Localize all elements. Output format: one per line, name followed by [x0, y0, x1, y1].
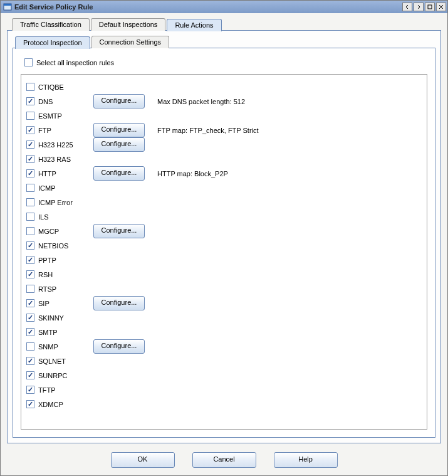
rule-label: SQLNET — [38, 357, 93, 365]
rule-actions-panel: Protocol InspectionConnection Settings S… — [7, 30, 441, 443]
configure-button-ftp[interactable]: Configure... — [93, 123, 145, 137]
configure-placeholder — [93, 369, 143, 382]
rule-checkbox-mgcp[interactable] — [26, 227, 34, 235]
inner-tab-protocol-inspection[interactable]: Protocol Inspection — [15, 36, 90, 49]
outer-tab-traffic-classification[interactable]: Traffic Classification — [12, 18, 90, 31]
rule-label: HTTP — [38, 170, 93, 177]
svg-rect-2 — [428, 5, 432, 9]
client-area: Traffic ClassificationDefault Inspection… — [1, 13, 447, 475]
rule-checkbox-sunrpc[interactable] — [26, 371, 34, 379]
cancel-button[interactable]: Cancel — [192, 452, 256, 468]
rule-detail: HTTP map: Block_P2P — [157, 170, 228, 177]
help-button[interactable]: Help — [274, 452, 338, 468]
rule-label: ILS — [38, 213, 93, 221]
close-button[interactable] — [436, 3, 446, 11]
rule-row-h323-h225: H323 H225Configure... — [26, 137, 422, 152]
rule-checkbox-rsh[interactable] — [26, 270, 34, 278]
rule-checkbox-ctiqbe[interactable] — [26, 83, 34, 91]
ok-button[interactable]: OK — [111, 452, 175, 468]
rule-checkbox-pptp[interactable] — [26, 256, 34, 264]
rule-label: CTIQBE — [38, 83, 93, 91]
rule-row-netbios: NETBIOS — [26, 238, 422, 253]
dialog-buttons: OK Cancel Help — [7, 443, 441, 469]
rule-label: NETBIOS — [38, 242, 93, 250]
configure-placeholder — [93, 311, 143, 324]
configure-placeholder — [93, 109, 143, 122]
rule-row-sunrpc: SUNRPC — [26, 368, 422, 383]
rule-row-sqlnet: SQLNET — [26, 354, 422, 368]
rule-row-mgcp: MGCPConfigure... — [26, 224, 422, 238]
configure-button-h323-h225[interactable]: Configure... — [93, 137, 145, 152]
rule-checkbox-ftp[interactable] — [26, 126, 34, 134]
restore-right-button[interactable] — [414, 3, 424, 11]
rule-label: SUNRPC — [38, 372, 93, 379]
rule-row-dns: DNSConfigure...Max DNS packet length: 51… — [26, 94, 422, 108]
rule-row-rsh: RSH — [26, 267, 422, 282]
rule-checkbox-icmp-error[interactable] — [26, 198, 34, 206]
rule-label: ESMTP — [38, 112, 93, 120]
rule-checkbox-rtsp[interactable] — [26, 285, 34, 293]
rule-row-skinny: SKINNY — [26, 310, 422, 325]
rule-row-ils: ILS — [26, 209, 422, 224]
configure-button-mgcp[interactable]: Configure... — [93, 224, 145, 238]
rule-label: SKINNY — [38, 314, 93, 322]
inspection-rules-list: CTIQBEDNSConfigure...Max DNS packet leng… — [21, 74, 427, 430]
rule-checkbox-esmtp[interactable] — [26, 112, 34, 120]
select-all-checkbox[interactable] — [24, 58, 33, 66]
rule-checkbox-tftp[interactable] — [26, 386, 34, 394]
rule-checkbox-xdmcp[interactable] — [26, 400, 34, 408]
outer-tab-rule-actions[interactable]: Rule Actions — [167, 19, 221, 31]
rule-detail: Max DNS packet length: 512 — [157, 98, 245, 105]
rule-checkbox-ils[interactable] — [26, 213, 34, 221]
rule-checkbox-dns[interactable] — [26, 97, 34, 105]
configure-button-snmp[interactable]: Configure... — [93, 339, 145, 354]
inner-tab-connection-settings[interactable]: Connection Settings — [91, 36, 169, 48]
maximize-button[interactable] — [425, 3, 435, 11]
configure-button-http[interactable]: Configure... — [93, 166, 145, 181]
outer-tab-default-inspections[interactable]: Default Inspections — [91, 18, 166, 31]
configure-placeholder — [93, 354, 143, 368]
rule-checkbox-skinny[interactable] — [26, 314, 34, 322]
rule-label: SIP — [38, 300, 93, 307]
rule-label: SNMP — [38, 343, 93, 351]
protocol-inspection-panel: Select all inspection rules CTIQBEDNSCon… — [13, 48, 435, 438]
rule-label: H323 RAS — [38, 156, 93, 163]
configure-placeholder — [93, 239, 143, 252]
restore-left-button[interactable] — [402, 3, 412, 11]
rule-row-icmp-error: ICMP Error — [26, 195, 422, 209]
window-title: Edit Service Policy Rule — [14, 3, 402, 11]
configure-button-sip[interactable]: Configure... — [93, 296, 145, 310]
svg-rect-1 — [4, 4, 11, 6]
titlebar: Edit Service Policy Rule — [1, 1, 447, 13]
rule-row-pptp: PPTP — [26, 253, 422, 267]
rule-checkbox-smtp[interactable] — [26, 328, 34, 336]
rule-row-xdmcp: XDMCP — [26, 397, 422, 411]
select-all-row: Select all inspection rules — [24, 58, 427, 66]
configure-button-dns[interactable]: Configure... — [93, 94, 145, 108]
edit-service-policy-rule-window: Edit Service Policy Rule Traffic Classif… — [0, 0, 448, 476]
configure-placeholder — [93, 210, 143, 223]
select-all-label: Select all inspection rules — [36, 59, 114, 66]
rule-checkbox-http[interactable] — [26, 169, 34, 177]
rule-checkbox-sip[interactable] — [26, 299, 34, 307]
rule-label: ICMP Error — [38, 199, 93, 206]
app-icon — [3, 3, 12, 11]
rule-checkbox-h323-h225[interactable] — [26, 140, 34, 149]
rule-label: MGCP — [38, 228, 93, 235]
configure-placeholder — [93, 398, 143, 411]
configure-placeholder — [93, 253, 143, 267]
rule-row-snmp: SNMPConfigure... — [26, 339, 422, 354]
rule-label: FTP — [38, 127, 93, 134]
rule-label: DNS — [38, 98, 93, 105]
rule-checkbox-icmp[interactable] — [26, 184, 34, 192]
configure-placeholder — [93, 268, 143, 281]
rule-checkbox-snmp[interactable] — [26, 342, 34, 351]
rule-checkbox-sqlnet[interactable] — [26, 357, 34, 365]
rule-label: XDMCP — [38, 401, 93, 408]
rule-checkbox-h323-ras[interactable] — [26, 155, 34, 163]
configure-placeholder — [93, 80, 143, 93]
configure-placeholder — [93, 282, 143, 295]
rule-label: ICMP — [38, 184, 93, 192]
rule-checkbox-netbios[interactable] — [26, 241, 34, 250]
rule-row-esmtp: ESMTP — [26, 108, 422, 123]
